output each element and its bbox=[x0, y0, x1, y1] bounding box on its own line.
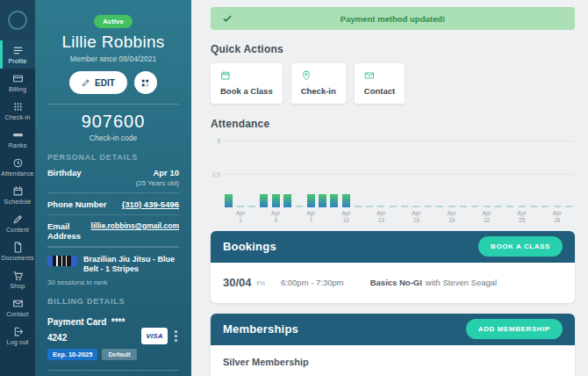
sidebar-item-label: Shop bbox=[10, 283, 25, 289]
divider bbox=[47, 104, 179, 105]
y-tick-2-5: 2.5 bbox=[212, 171, 220, 177]
chart-bar-slot bbox=[305, 194, 317, 207]
booking-instructor: with Steven Seagal bbox=[426, 278, 497, 287]
attendance-bar bbox=[330, 194, 338, 207]
quick-action-contact[interactable]: Contact bbox=[355, 63, 405, 104]
edit-button[interactable]: EDIT bbox=[69, 71, 127, 94]
chart-bar-slot bbox=[363, 206, 375, 207]
x-tick-label: Apr16 bbox=[411, 210, 422, 225]
app-logo[interactable] bbox=[0, 0, 35, 40]
card-menu-kebab-icon[interactable] bbox=[173, 329, 179, 343]
membership-body: Silver Membership Start DateExpiringCost bbox=[211, 345, 575, 376]
pen-icon bbox=[12, 213, 24, 225]
logout-icon bbox=[12, 326, 24, 337]
sidebar-item-billing[interactable]: Billing bbox=[0, 69, 35, 97]
booking-row[interactable]: 30/04Fri6:00pm - 7:30pmBasics No-GIwith … bbox=[211, 263, 575, 303]
sidebar-item-contact[interactable]: Contact bbox=[0, 293, 35, 322]
envelope-icon bbox=[364, 70, 395, 81]
x-tick-label bbox=[563, 210, 574, 225]
sidebar-item-label: Attendance bbox=[1, 170, 33, 177]
birthday-label: Birthday bbox=[47, 168, 82, 177]
personal-details-title: PERSONAL DETAILS bbox=[47, 153, 179, 162]
attendance-bar bbox=[342, 194, 350, 207]
divider bbox=[47, 370, 179, 371]
checkin-code-label: Check-in code bbox=[47, 134, 179, 142]
sidebar-item-label: Contact bbox=[6, 311, 29, 317]
main-content: Payment method updated! Quick Actions Bo… bbox=[191, 0, 588, 376]
chart-bar-slot bbox=[457, 206, 469, 207]
app-window: ProfileBillingCheck-inRanksAttendanceSch… bbox=[0, 0, 588, 376]
chart-bar-slot bbox=[376, 206, 387, 207]
x-tick-label bbox=[387, 210, 398, 225]
document-icon bbox=[12, 242, 24, 253]
x-tick-label: Apr 1 bbox=[234, 210, 246, 225]
chart-bar-slot bbox=[563, 206, 574, 207]
x-tick-label bbox=[282, 210, 293, 225]
sidebar-item-label: Profile bbox=[8, 58, 26, 64]
quick-action-book-a-class[interactable]: Book a Class bbox=[211, 63, 283, 104]
sidebar-item-label: Schedule bbox=[4, 199, 32, 205]
bookings-list: 30/04Fri6:00pm - 7:30pmBasics No-GIwith … bbox=[211, 263, 575, 303]
x-tick-label bbox=[422, 210, 434, 225]
memberships-header: Memberships ADD MEMBERSHIP bbox=[211, 314, 575, 345]
zero-dash bbox=[554, 206, 561, 207]
qr-code-button[interactable] bbox=[134, 71, 157, 94]
sidebar-item-log-out[interactable]: Log out bbox=[0, 322, 35, 350]
attendance-bar bbox=[260, 194, 268, 207]
zero-dash bbox=[355, 206, 362, 207]
quick-actions-title: Quick Actions bbox=[211, 43, 575, 55]
chart-bar-slot bbox=[293, 206, 305, 207]
add-membership-button[interactable]: ADD MEMBERSHIP bbox=[466, 319, 563, 339]
chart-bar-slot bbox=[234, 206, 246, 207]
sidebar-item-documents[interactable]: Documents bbox=[0, 237, 35, 265]
quick-action-label: Contact bbox=[364, 86, 395, 96]
chart-bar-slot bbox=[341, 194, 352, 207]
profile-icon bbox=[12, 45, 24, 56]
phone-link[interactable]: (310) 439-5496 bbox=[122, 199, 179, 209]
chart-bar-slot bbox=[247, 206, 258, 207]
success-alert: Payment method updated! bbox=[211, 7, 575, 30]
phone-row: Phone Number (310) 439-5496 bbox=[47, 193, 179, 215]
zero-dash bbox=[401, 206, 408, 207]
chart-bar-slot bbox=[282, 194, 293, 207]
sidebar-item-shop[interactable]: Shop bbox=[0, 265, 35, 293]
email-link[interactable]: lillie.robbins@gmail.com bbox=[91, 221, 179, 230]
sidebar-item-schedule[interactable]: Schedule bbox=[0, 181, 35, 209]
chart-bar-slot bbox=[481, 206, 492, 207]
x-tick-label bbox=[352, 210, 363, 225]
birthday-value: Apr 10 bbox=[153, 168, 179, 177]
sidebar-item-profile[interactable]: Profile bbox=[0, 40, 35, 69]
bookings-header: Bookings BOOK A CLASS bbox=[211, 231, 575, 263]
x-tick-label bbox=[398, 210, 410, 225]
qr-code-icon bbox=[140, 78, 150, 88]
zero-dash bbox=[248, 206, 255, 207]
quick-action-label: Book a Class bbox=[220, 86, 273, 96]
phone-label: Phone Number bbox=[47, 199, 107, 209]
x-tick-label: Apr25 bbox=[516, 210, 527, 225]
quick-action-check-in[interactable]: Check-in bbox=[291, 63, 346, 104]
sidebar-item-content[interactable]: Content bbox=[0, 209, 35, 237]
zero-dash bbox=[436, 206, 443, 207]
status-badge: Active bbox=[94, 15, 133, 28]
email-label: Email Address bbox=[47, 221, 91, 241]
attendance-title: Attendance bbox=[211, 118, 575, 130]
x-tick-label bbox=[540, 210, 551, 225]
x-tick-label: Apr13 bbox=[376, 210, 387, 225]
chart-bar-slot bbox=[422, 206, 434, 207]
chart-bar-slot bbox=[505, 206, 516, 207]
chart-bar-slot bbox=[540, 206, 551, 207]
cart-icon bbox=[12, 270, 24, 281]
zero-dash bbox=[237, 206, 244, 207]
book-a-class-button[interactable]: BOOK A CLASS bbox=[478, 236, 563, 257]
calendar-icon bbox=[12, 185, 24, 197]
checkin-code: 907600 bbox=[47, 112, 179, 132]
sidebar-item-ranks[interactable]: Ranks bbox=[0, 125, 35, 153]
chart-bar-slot bbox=[446, 206, 457, 207]
sidebar-item-check-in[interactable]: Check-in bbox=[0, 97, 35, 125]
membership-plan-name: Silver Membership bbox=[223, 357, 563, 367]
billing-icon bbox=[12, 73, 24, 84]
zero-dash bbox=[530, 206, 537, 207]
x-tick-label: Apr 4 bbox=[269, 210, 281, 225]
booking-class-name: Basics No-GI bbox=[370, 278, 422, 287]
sidebar-item-attendance[interactable]: Attendance bbox=[0, 153, 35, 181]
